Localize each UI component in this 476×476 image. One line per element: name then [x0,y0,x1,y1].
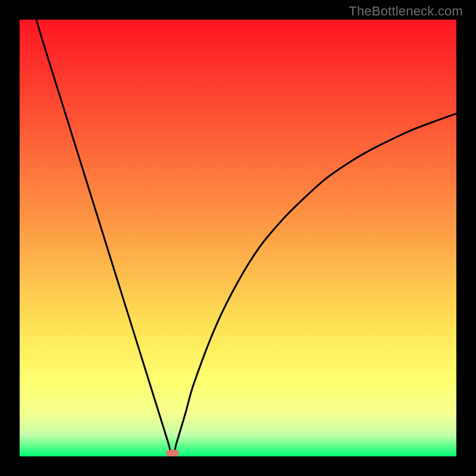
optimal-marker [166,450,179,456]
chart-frame [20,20,456,456]
bottleneck-curve [20,20,456,456]
watermark-text: TheBottleneck.com [349,4,463,19]
